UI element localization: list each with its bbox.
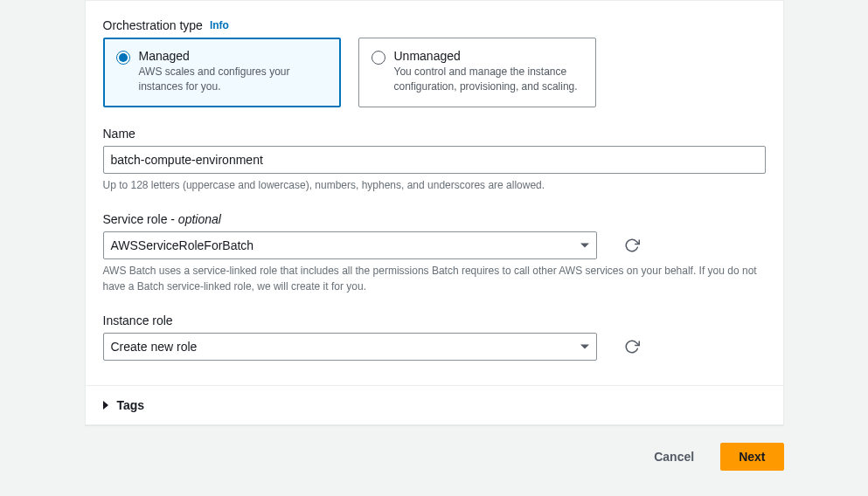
service-role-value: AWSServiceRoleForBatch — [111, 238, 254, 252]
tags-expander[interactable]: Tags — [86, 385, 783, 424]
orchestration-type-label: Orchestration type Info — [103, 18, 766, 32]
service-role-label: Service role - optional — [103, 212, 766, 226]
managed-title: Managed — [139, 49, 328, 63]
instance-role-label: Instance role — [103, 313, 766, 327]
cancel-button[interactable]: Cancel — [636, 443, 712, 471]
name-group: Name Up to 128 letters (uppercase and lo… — [103, 127, 766, 193]
orchestration-type-group: Orchestration type Info Managed AWS scal… — [103, 18, 766, 107]
unmanaged-title: Unmanaged — [394, 49, 583, 63]
instance-role-value: Create new role — [111, 340, 198, 354]
wizard-footer: Cancel Next — [85, 425, 784, 471]
name-input[interactable] — [103, 146, 766, 174]
chevron-down-icon — [580, 344, 589, 348]
service-role-label-prefix: Service role - — [103, 212, 178, 226]
managed-desc: AWS scales and configures your instances… — [139, 65, 328, 94]
radio-managed[interactable] — [116, 51, 130, 65]
instance-role-refresh-button[interactable] — [623, 338, 641, 355]
service-role-optional: optional — [178, 212, 221, 226]
radio-unmanaged[interactable] — [372, 51, 385, 65]
service-role-select[interactable]: AWSServiceRoleForBatch — [103, 231, 597, 259]
info-link[interactable]: Info — [210, 19, 229, 31]
service-role-refresh-button[interactable] — [623, 237, 641, 254]
orchestration-tiles: Managed AWS scales and configures your i… — [103, 38, 766, 107]
orchestration-tile-managed[interactable]: Managed AWS scales and configures your i… — [103, 38, 341, 107]
caret-right-icon — [103, 401, 108, 410]
refresh-icon — [624, 238, 640, 253]
instance-role-group: Instance role Create new role — [103, 313, 766, 361]
tags-label: Tags — [117, 398, 145, 412]
unmanaged-desc: You control and manage the instance conf… — [394, 65, 583, 94]
orchestration-type-label-text: Orchestration type — [103, 18, 203, 32]
refresh-icon — [624, 339, 640, 355]
instance-role-select[interactable]: Create new role — [103, 333, 597, 361]
service-role-group: Service role - optional AWSServiceRoleFo… — [103, 212, 766, 294]
chevron-down-icon — [580, 243, 589, 247]
name-helper: Up to 128 letters (uppercase and lowerca… — [103, 177, 766, 193]
orchestration-tile-unmanaged[interactable]: Unmanaged You control and manage the ins… — [358, 38, 596, 107]
name-label: Name — [103, 127, 766, 141]
service-role-helper: AWS Batch uses a service-linked role tha… — [103, 263, 766, 294]
next-button[interactable]: Next — [720, 443, 783, 471]
